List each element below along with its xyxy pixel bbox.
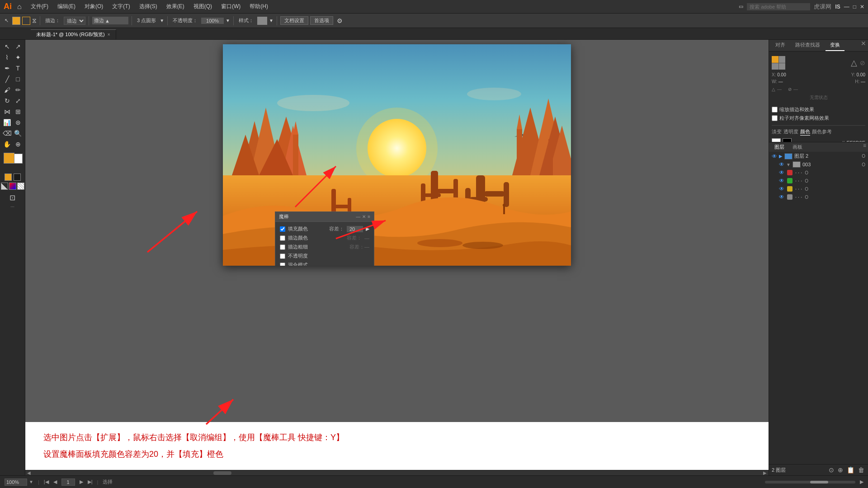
tool-line[interactable]: ╱ — [2, 74, 12, 84]
right-panel-close-btn[interactable]: ✕ — [861, 40, 866, 51]
toolbar-opacity-input[interactable] — [201, 18, 224, 24]
toolbar-style-dropdown[interactable]: ▼ — [269, 18, 274, 23]
page-last-btn[interactable]: ▶| — [88, 479, 93, 485]
window-maximize[interactable]: □ — [853, 4, 856, 10]
zoom-dropdown[interactable]: ▼ — [29, 479, 33, 484]
fill-indicator[interactable] — [5, 174, 12, 181]
page-first-btn[interactable]: |◀ — [44, 479, 49, 485]
page-next-btn[interactable]: ▶ — [80, 479, 83, 485]
pattern-indicator[interactable] — [17, 183, 24, 190]
toolbar-doc-settings[interactable]: 文档设置 — [280, 16, 308, 25]
layer-003-item[interactable]: 👁 ▼ 003 O — [769, 160, 868, 169]
layer-2-item[interactable]: 👁 ▶ 图层 2 O — [769, 152, 868, 160]
menu-edit[interactable]: 编辑(E) — [54, 2, 79, 11]
layer-2-vis[interactable]: 👁 — [772, 153, 777, 160]
color-gray-target[interactable]: O — [805, 195, 808, 200]
layer-new-btn[interactable]: 📋 — [846, 466, 855, 474]
toolbar-arrow-up[interactable]: ▲ — [105, 18, 110, 23]
layer-003-vis[interactable]: 👁 — [779, 161, 784, 168]
scroll-thumb[interactable] — [213, 471, 231, 475]
color-item-green[interactable]: 👁 · · · O — [769, 177, 868, 185]
toolbar-fill-color[interactable] — [12, 17, 20, 25]
horizontal-scrollbar[interactable]: ◀ ▶ — [25, 470, 769, 475]
zoom-control[interactable]: ▼ — [5, 479, 33, 486]
layer-2-target[interactable]: O — [862, 154, 865, 159]
tool-mesh[interactable]: ⊞ — [13, 107, 23, 117]
color-green-target[interactable]: O — [805, 178, 808, 183]
document-tab[interactable]: 未标题-1* @ 100% (RGB/预览) × — [31, 29, 116, 39]
layer-003-expand[interactable]: ▼ — [786, 162, 791, 167]
menu-effect[interactable]: 效果(E) — [163, 2, 188, 11]
toolbar-style-swatch[interactable] — [257, 17, 267, 25]
menu-view[interactable]: 视图(Q) — [190, 2, 216, 11]
screen-mode-btn[interactable]: ⊡ — [8, 192, 18, 202]
toolbar-preferences[interactable]: 首选项 — [310, 16, 333, 25]
artwork-canvas[interactable]: 魔棒 — ✕ ≡ 填充颜色 容差： ▶ — [223, 44, 571, 266]
adj-tab-opacity[interactable]: 透明度 — [783, 128, 798, 136]
layer-make-visible-btn[interactable]: ⊙ — [828, 466, 835, 474]
tool-rect[interactable]: □ — [13, 74, 23, 84]
tab-close-btn[interactable]: × — [108, 32, 110, 37]
tolerance-expand-btn[interactable]: ▶ — [366, 226, 369, 232]
toolbar-mode-select[interactable]: 描边 — [64, 17, 85, 25]
none-indicator[interactable] — [1, 183, 8, 190]
window-minimize[interactable]: — — [844, 4, 849, 10]
tool-chart[interactable]: 📊 — [2, 117, 12, 127]
canvas-container[interactable]: 魔棒 — ✕ ≡ 填充颜色 容差： ▶ — [25, 40, 769, 422]
toolbar-opacity-dropdown[interactable]: ▼ — [226, 18, 230, 23]
tool-lasso[interactable]: ⌇ — [2, 52, 12, 62]
toolbar-stroke-color[interactable] — [22, 17, 30, 25]
layers-tab[interactable]: 图层 — [771, 142, 788, 152]
toolbar-extra-icon[interactable]: ⚙ — [337, 17, 343, 24]
align-pixel-checkbox[interactable] — [772, 115, 778, 121]
scale-strokes-checkbox[interactable] — [772, 107, 778, 113]
more-tools-btn[interactable]: ··· — [10, 204, 14, 209]
tab-pathfinder[interactable]: 路径查找器 — [791, 40, 825, 51]
tool-select[interactable]: ↖ — [2, 42, 12, 52]
layer-003-target[interactable]: O — [862, 162, 865, 167]
menu-file[interactable]: 文件(F) — [27, 2, 52, 11]
home-icon[interactable]: ⌂ — [17, 3, 22, 11]
tool-blend[interactable]: ⋈ — [2, 107, 12, 117]
color-swatch-white[interactable] — [772, 138, 781, 142]
layer-new-sublayer-btn[interactable]: ⊕ — [837, 466, 844, 474]
panel-minimize-btn[interactable]: — — [356, 214, 360, 219]
color-red-vis[interactable]: 👁 — [779, 169, 784, 176]
color-item-gray[interactable]: 👁 · · · O — [769, 193, 868, 201]
color-swatch-black[interactable] — [783, 138, 792, 142]
panel-close-btn[interactable]: ✕ — [362, 214, 366, 219]
color-yellow-vis[interactable]: 👁 — [779, 186, 784, 192]
adj-tab-color[interactable]: 颜色 — [800, 128, 810, 136]
tool-hand[interactable]: ✋ — [2, 139, 12, 149]
tool-scale[interactable]: ⤢ — [13, 96, 23, 106]
page-prev-btn[interactable]: ◀ — [53, 479, 57, 485]
tool-eraser[interactable]: ⌫ — [2, 128, 12, 138]
toolbar-point-dropdown[interactable]: ▼ — [160, 18, 164, 23]
progress-bar-thumb[interactable] — [810, 481, 828, 483]
foreground-swatch[interactable] — [4, 153, 14, 164]
adj-tab-ref[interactable]: 颜色参考 — [812, 128, 832, 136]
menu-select[interactable]: 选择(S) — [136, 2, 161, 11]
tool-rotate[interactable]: ↻ — [2, 96, 12, 106]
gradient-indicator[interactable] — [9, 183, 16, 190]
toolbar-arrow-tool[interactable]: ↖ — [3, 17, 10, 24]
color-gray-vis[interactable]: 👁 — [779, 194, 784, 200]
menu-window[interactable]: 窗口(W) — [217, 2, 244, 11]
zoom-input[interactable] — [5, 479, 27, 486]
scroll-left-btn[interactable]: ◀ — [25, 470, 33, 475]
scroll-right-btn[interactable]: ▶ — [761, 470, 769, 475]
tolerance-input[interactable] — [347, 226, 363, 232]
menu-object[interactable]: 对象(O) — [81, 2, 107, 11]
layer-2-expand[interactable]: ▶ — [779, 154, 783, 159]
adj-tab-fade[interactable]: 淡变 — [772, 128, 782, 136]
tool-direct-select[interactable]: ↗ — [13, 42, 23, 52]
tab-transform[interactable]: 变换 — [826, 40, 844, 51]
color-green-vis[interactable]: 👁 — [779, 178, 784, 184]
tool-type[interactable]: T — [13, 63, 23, 73]
blend-mode-checkbox[interactable] — [280, 263, 285, 266]
tool-magic-wand[interactable]: ✦ — [13, 52, 23, 62]
tool-zoom[interactable]: 🔍 — [13, 128, 23, 138]
color-item-red[interactable]: 👁 · · · O — [769, 169, 868, 177]
tool-brush[interactable]: 🖌 — [2, 85, 12, 95]
color-item-yellow[interactable]: 👁 · · · O — [769, 185, 868, 193]
